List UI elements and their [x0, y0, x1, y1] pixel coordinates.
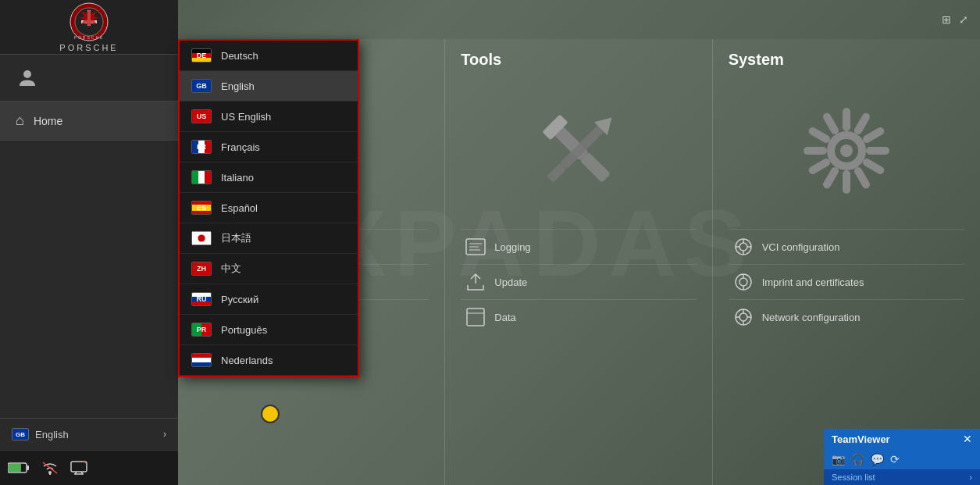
teamviewer-session-bar[interactable]: Session list › [824, 469, 980, 485]
svg-line-50 [813, 162, 826, 170]
tv-share-icon[interactable]: ⟳ [890, 453, 900, 465]
svg-line-46 [867, 162, 880, 170]
lang-item-es[interactable]: ESEspañol [180, 193, 358, 223]
lang-name-zh: 中文 [221, 262, 241, 276]
menu-item-network[interactable]: Network configuration [729, 299, 964, 334]
menu-label-vci: VCI configuration [762, 241, 840, 253]
tv-camera-icon[interactable]: 📷 [832, 453, 845, 465]
tv-chat-icon[interactable]: 💬 [871, 453, 884, 465]
menu-label-update: Update [494, 276, 527, 288]
svg-point-44 [840, 144, 853, 157]
menu-label-logging: Logging [494, 241, 530, 253]
section-header-system: System [729, 51, 964, 69]
svg-point-58 [739, 243, 747, 251]
lang-item-gb[interactable]: GBEnglish [180, 71, 358, 102]
svg-line-47 [858, 171, 866, 184]
flag-jp [191, 231, 212, 245]
svg-text:PORSCHE: PORSCHE [74, 35, 105, 40]
home-icon: ⌂ [16, 112, 24, 129]
teamviewer-close-button[interactable]: ✕ [963, 433, 972, 445]
svg-point-10 [48, 471, 52, 474]
lang-name-ru: Русский [221, 294, 258, 305]
lang-name-it: Italiano [221, 172, 254, 184]
flag-es: ES [191, 201, 212, 215]
menu-item-update[interactable]: Update [461, 264, 696, 299]
flag-ru: RU [191, 292, 212, 306]
porsche-label: PORSCHE [59, 43, 118, 52]
teamviewer-panel: TeamViewer ✕ 📷 🎧 💬 ⟳ Session list › [824, 429, 980, 485]
lang-item-ru[interactable]: RUРусский [180, 284, 358, 315]
teamviewer-toolbar: 📷 🎧 💬 ⟳ [824, 449, 980, 469]
lang-name-nl: Nederlands [221, 355, 273, 366]
wifi-icon [41, 461, 59, 475]
lang-item-jp[interactable]: 日本語 [180, 223, 358, 254]
menu-icon-imprint [732, 271, 754, 293]
menu-icon-data [465, 306, 486, 328]
svg-line-56 [867, 131, 880, 139]
section-header-tools: Tools [461, 51, 696, 69]
lang-item-us[interactable]: USUS English [180, 102, 358, 132]
display-icon [70, 461, 87, 475]
svg-line-53 [827, 117, 835, 130]
svg-line-55 [858, 117, 866, 130]
flag-it: IT [191, 170, 212, 184]
resize-icon[interactable]: ⊞ [942, 13, 951, 26]
user-icon [16, 66, 39, 90]
language-selector[interactable]: GB English › [0, 418, 178, 450]
section-tools: Tools LoggingUpdateData [445, 39, 712, 485]
lang-name-es: Español [221, 202, 258, 214]
menu-label-data: Data [494, 312, 515, 323]
section-icon-tools[interactable] [461, 80, 696, 221]
menu-icon-update [465, 271, 486, 293]
section-system: System VCI configurationImprint and cert… [713, 39, 980, 485]
lang-name-de: Deutsch [221, 50, 258, 62]
user-button[interactable] [0, 55, 178, 102]
lang-item-fr[interactable]: FRFrançais [180, 132, 358, 162]
menu-item-vci[interactable]: VCI configuration [729, 229, 964, 264]
lang-item-zh[interactable]: ZH中文 [180, 254, 358, 284]
svg-rect-33 [579, 152, 611, 183]
svg-rect-8 [27, 465, 29, 470]
svg-line-49 [827, 171, 835, 184]
svg-point-18 [198, 234, 205, 241]
tv-headset-icon[interactable]: 🎧 [851, 453, 864, 465]
lang-item-nl[interactable]: NLNederlands [180, 345, 358, 376]
chevron-right-icon: › [163, 429, 166, 440]
lang-name-gb: English [221, 80, 255, 92]
language-label: English [35, 429, 69, 440]
menu-label-imprint: Imprint and certificates [762, 276, 864, 288]
language-dropdown: DEDeutschGBEnglishUSUS EnglishFRFrançais… [178, 39, 359, 377]
svg-point-64 [739, 278, 747, 286]
flag-gb: GB [191, 79, 212, 93]
svg-point-6 [23, 70, 31, 78]
flag-pr: PR [191, 323, 212, 337]
menu-item-data[interactable]: Data [461, 299, 696, 334]
tv-session-label: Session list [832, 473, 875, 482]
expand-icon[interactable]: ⤢ [959, 13, 968, 26]
menu-item-imprint[interactable]: Imprint and certificates [729, 264, 964, 299]
lang-name-pr: Português [221, 324, 267, 336]
section-icon-system[interactable] [729, 80, 964, 221]
teamviewer-header: TeamViewer ✕ [824, 429, 980, 449]
menu-item-logging[interactable]: Logging [461, 229, 696, 264]
battery-icon [8, 462, 30, 474]
logo-area: PORSCHE PORSCHE [0, 0, 178, 55]
home-nav-item[interactable]: ⌂ Home [0, 102, 178, 141]
svg-rect-12 [71, 462, 87, 472]
svg-line-52 [813, 131, 826, 139]
lang-name-fr: Français [221, 141, 260, 153]
svg-rect-41 [467, 308, 484, 326]
status-bar [0, 450, 178, 485]
flag-zh: ZH [191, 262, 212, 276]
menu-icon-network [732, 306, 754, 328]
lang-item-pr[interactable]: PRPortuguês [180, 315, 358, 345]
lang-name-us: US English [221, 111, 271, 123]
sidebar: PORSCHE PORSCHE ⌂ Home GB English › [0, 0, 178, 485]
flag-us: US [191, 109, 212, 123]
language-flag-small: GB [12, 428, 29, 440]
teamviewer-title: TeamViewer [832, 433, 890, 445]
svg-point-68 [739, 313, 747, 321]
porsche-crest-icon: PORSCHE [69, 2, 109, 41]
lang-item-de[interactable]: DEDeutsch [180, 41, 358, 71]
lang-item-it[interactable]: ITItaliano [180, 162, 358, 193]
